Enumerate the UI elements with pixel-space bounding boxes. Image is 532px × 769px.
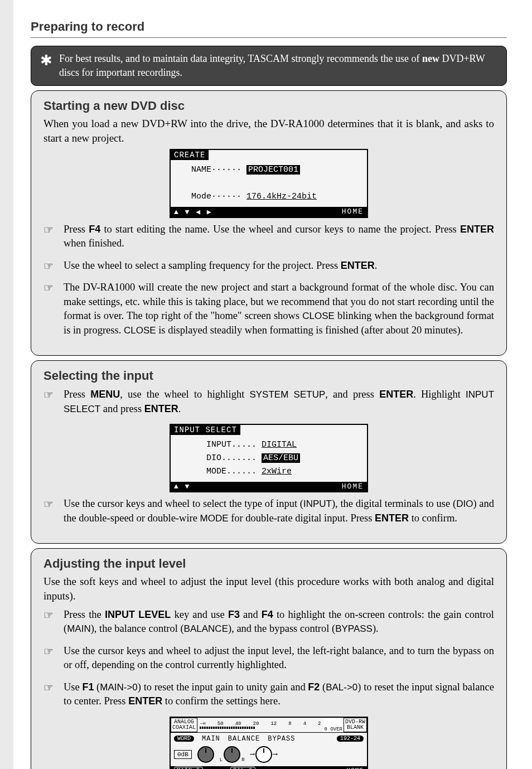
meter-tick: 20 <box>253 721 259 727</box>
lcd3-label-row: WORD MAIN BALANCE BYPASS 192-24 <box>171 733 367 745</box>
lcd3-bypass-label: BYPASS <box>268 735 295 743</box>
lcd3-left-tag-bot: COAXIAL <box>172 725 196 731</box>
left-mark: L <box>220 757 223 763</box>
screen-term: DIO <box>456 499 473 509</box>
heading-divider <box>31 37 507 38</box>
screen-term: MAIN <box>67 623 91 634</box>
lcd3-over-tag: 0 OVER <box>323 718 344 732</box>
screen-term: MODE <box>200 513 229 524</box>
bullet-item: The DV-RA1000 will create the new projec… <box>43 280 494 337</box>
lcd2-mode-label: MODE...... <box>206 467 257 476</box>
panel-adjusting-input-level: Adjusting the input level Use the soft k… <box>31 548 507 769</box>
lcd3-bars <box>199 727 322 729</box>
bypass-knob-icon <box>255 746 272 763</box>
lcd2-mode-value: 2xWire <box>262 467 292 476</box>
panel-selecting-input: Selecting the input Press MENU, use the … <box>31 360 507 544</box>
page: Preparing to record ✱ For best results, … <box>0 0 532 769</box>
section2-heading: Selecting the input <box>43 369 494 383</box>
meter-tick: 40 <box>235 721 241 727</box>
lcd1-mode-label: Mode······ <box>191 192 241 201</box>
lcd3-nav-left: ◀ <box>283 767 288 769</box>
asterisk-icon: ✱ <box>40 51 52 71</box>
section3-heading: Adjusting the input level <box>43 557 494 571</box>
lcd1-footer: ▲ ▼ ◀ ▶ HOME <box>171 207 367 217</box>
lcd1-footer-home: HOME <box>342 207 364 216</box>
lcd2-dio-value: AES/EBU <box>262 453 300 463</box>
bypass-arrow-right: ⟶ <box>273 750 277 758</box>
section1-heading: Starting a new DVD disc <box>43 99 494 113</box>
lcd3-left-tag: ANALOG COAXIAL <box>171 718 197 732</box>
lcd3-over-label: 0 OVER <box>325 727 342 732</box>
section3-bullets: Press the INPUT LEVEL key and use F3 and… <box>43 608 494 709</box>
key-label: F1 <box>82 681 94 693</box>
key-label: ENTER <box>128 695 162 707</box>
note-bold: new <box>422 53 439 64</box>
lcd1-name-label: NAME······ <box>191 165 241 175</box>
bullet-item: Use F1 (MAIN->0) to reset the input gain… <box>43 680 494 709</box>
lcd-input-select: INPUT SELECT INPUT..... DIGITAL DIO.....… <box>170 424 368 492</box>
lcd1-title: CREATE <box>171 150 209 160</box>
lcd3-meter: -∞50402012842 <box>197 718 323 732</box>
lcd2-title: INPUT SELECT <box>171 425 240 435</box>
section1-lead: When you load a new DVD+RW into the driv… <box>43 117 494 145</box>
meter-tick: -∞ <box>200 721 206 727</box>
lcd1-mode-value: 176.4kHz-24bit <box>246 192 317 201</box>
key-label: ENTER <box>375 512 409 524</box>
lcd2-input-label: INPUT..... <box>206 440 257 449</box>
lcd1-wrap: CREATE NAME······ PROJECT001 Mode······ … <box>43 149 494 218</box>
bullet-item: Press MENU, use the wheel to highlight S… <box>43 388 494 416</box>
key-label: ENTER <box>379 389 413 400</box>
screen-term: MAIN->0 <box>100 682 138 693</box>
bullet-item: Use the cursor keys and wheel to adjust … <box>43 644 494 673</box>
bullet-item: Press F4 to start editing the name. Use … <box>43 223 494 251</box>
lcd3-word-badge: WORD <box>174 736 194 742</box>
important-note: ✱ For best results, and to maintain data… <box>31 46 507 86</box>
key-label: F2 <box>308 681 320 693</box>
lcd3-home: HOME <box>347 767 364 769</box>
lcd1-name-value: PROJECT001 <box>246 165 300 175</box>
meter-tick: 50 <box>217 721 224 727</box>
key-label: ENTER <box>144 403 178 414</box>
screen-term: BYPASS <box>335 623 373 634</box>
bullet-item: Press the INPUT LEVEL key and use F3 and… <box>43 608 494 636</box>
meter-tick: 2 <box>318 721 321 727</box>
key-label: INPUT LEVEL <box>105 609 171 620</box>
lcd-create: CREATE NAME······ PROJECT001 Mode······ … <box>170 149 368 218</box>
key-label: F4 <box>89 224 100 235</box>
screen-term: CLOSE <box>124 325 156 336</box>
lcd2-input-value: DIGITAL <box>262 440 297 449</box>
section1-bullets: Press F4 to start editing the name. Use … <box>43 223 494 338</box>
lcd3-f1: MAIN→0 <box>174 767 203 769</box>
main-knob-icon <box>197 746 214 763</box>
lcd2-dio-label: DIO....... <box>206 453 257 463</box>
note-text-prefix: For best results, and to maintain data i… <box>59 53 422 64</box>
bullet-item: Use the cursor keys and wheel to select … <box>43 497 494 525</box>
lcd1-body: NAME······ PROJECT001 Mode······ 176.4kH… <box>171 160 367 207</box>
bypass-arrow-left: ⟶ <box>250 750 254 758</box>
bullet-item: Use the wheel to select a sampling frequ… <box>43 259 494 273</box>
lcd2-wrap: INPUT SELECT INPUT..... DIGITAL DIO.....… <box>43 424 494 492</box>
right-mark: R <box>241 757 244 763</box>
lcd3-right-tag-bot: BLANK <box>347 725 364 731</box>
key-label: ENTER <box>460 224 494 235</box>
screen-term: CLOSE <box>302 311 335 321</box>
lcd-home-screen: ANALOG COAXIAL -∞50402012842 0 OVER DVD-… <box>170 717 368 769</box>
balance-knob-icon <box>224 746 240 763</box>
screen-term: SYSTEM SETUP <box>249 389 325 400</box>
lcd3-balance-label: BALANCE <box>228 735 260 743</box>
meter-tick: 4 <box>303 721 306 727</box>
lcd3-knob-row: 0dB L R ⟶ ⟶ <box>171 745 367 766</box>
top-heading: Preparing to record <box>31 20 507 34</box>
section2-bullets-bottom: Use the cursor keys and wheel to select … <box>43 497 494 525</box>
lcd3-nav-right: ▶ <box>315 767 320 769</box>
key-label: ENTER <box>341 260 375 271</box>
lcd1-footer-arrows: ▲ ▼ ◀ ▶ <box>174 207 212 216</box>
key-label: F4 <box>262 609 273 620</box>
screen-term: BAL->0 <box>326 682 357 693</box>
meter-tick: 12 <box>270 721 277 727</box>
section3-lead: Use the soft keys and wheel to adjust th… <box>43 574 494 603</box>
lcd3-f2: BAL→0 <box>230 767 255 769</box>
lcd3-db-label: 0dB <box>174 750 192 759</box>
lcd2-body: INPUT..... DIGITAL DIO....... AES/EBU MO… <box>171 435 367 482</box>
screen-term: BALANCE <box>184 623 228 634</box>
